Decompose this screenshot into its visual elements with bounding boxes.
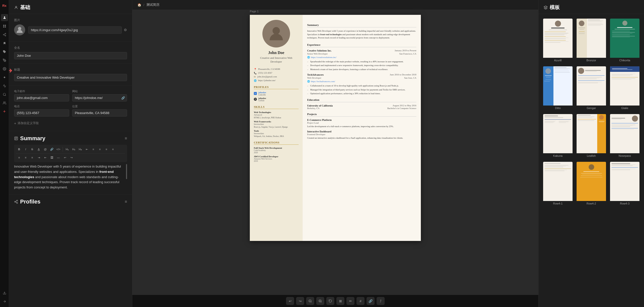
phone-input[interactable]: (555) 123-4567 — [14, 109, 69, 117]
link-toolbar-btn[interactable]: 🔗 — [367, 297, 375, 305]
resume-summary-heading: Summary — [307, 23, 416, 27]
undo-toolbar-btn[interactable]: ↩ — [286, 297, 294, 305]
summary-menu-btn[interactable]: ≡ — [125, 136, 127, 141]
home-icon[interactable]: 🏠 — [137, 3, 141, 7]
outdent-btn[interactable]: ⇤ — [42, 155, 48, 161]
photo-url-input[interactable]: https://i.imgur.com/HgwyOuJ.jpg — [28, 26, 122, 34]
pen-nav-icon[interactable] — [1, 57, 8, 64]
fullname-input[interactable]: John Doe — [14, 52, 127, 59]
resume-skills-title: Skills — [254, 105, 299, 109]
svg-line-14 — [5, 95, 6, 96]
reset-zoom-btn[interactable] — [326, 297, 334, 305]
template-leafish[interactable]: Leafish — [576, 114, 607, 158]
pen-toolbar-btn[interactable]: ✏ — [346, 297, 354, 305]
hash-btn[interactable]: # — [356, 297, 365, 305]
strikethrough-btn[interactable]: S — [29, 146, 35, 152]
users-nav-icon[interactable] — [1, 99, 8, 107]
undo-btn[interactable]: ↩ — [62, 155, 68, 161]
resume-certifications-title: Certifications — [254, 141, 299, 145]
website-input[interactable]: https://johndoe.me/ — [72, 94, 127, 101]
ordered-list2-btn[interactable]: ≡ — [29, 155, 35, 161]
puzzle-nav-icon[interactable] — [1, 48, 8, 55]
arrow-right-nav-icon[interactable] — [1, 298, 8, 305]
template-glalie[interactable]: Glalie — [610, 66, 640, 111]
resume-title-text: Creative and Innovative WebDeveloper — [254, 56, 299, 64]
skill-3-name: Tools — [254, 130, 299, 132]
title-input[interactable]: Creative and Innovative Web Developer — [14, 74, 127, 81]
unordered-list-btn[interactable]: ≡ — [16, 155, 22, 161]
settings-nav-icon[interactable] — [1, 65, 8, 72]
gengar-thumb — [577, 66, 606, 106]
svg-line-8 — [4, 35, 5, 35]
template-row4-1[interactable]: Row4-1 — [543, 161, 573, 206]
summary-content[interactable]: Innovative Web Developer with 5 years of… — [14, 164, 127, 190]
email-input[interactable]: john.doe@gmail.com — [14, 94, 69, 101]
toolbar-divider — [63, 147, 63, 152]
code-btn[interactable]: </> — [55, 146, 61, 152]
search-nav-icon[interactable] — [1, 91, 8, 98]
template-row4-3[interactable]: Row4-3 — [610, 161, 640, 206]
indent-btn[interactable]: ⇥ — [36, 155, 42, 161]
svg-point-26 — [17, 202, 18, 203]
italic-btn[interactable]: I — [23, 146, 29, 152]
h1-btn[interactable]: H₁ — [64, 146, 70, 152]
h2-btn[interactable]: H₂ — [71, 146, 77, 152]
link-icon: 🔗 — [121, 96, 125, 100]
align-center-btn[interactable]: ≡ — [97, 146, 103, 152]
indent-left-btn[interactable]: ⇤ — [84, 146, 90, 152]
template-row4-2[interactable]: Row4-2 — [576, 161, 607, 206]
add-nav-icon[interactable]: + — [1, 108, 8, 115]
summary-scrollbar[interactable] — [126, 164, 127, 179]
download-nav-icon[interactable] — [1, 289, 8, 296]
redo-btn[interactable]: ↪ — [68, 155, 74, 161]
person-nav-icon[interactable] — [1, 14, 8, 21]
ordered-list-btn[interactable]: ≡ — [23, 155, 29, 161]
photo-settings-btn[interactable]: ⚙ — [124, 28, 127, 32]
proj-2-role: Frontend Developer — [307, 133, 416, 136]
template-azurill[interactable]: Azurill — [543, 18, 573, 63]
template-ditto[interactable]: Ditto — [543, 66, 573, 111]
redo-toolbar-btn[interactable]: ↪ — [296, 297, 304, 305]
image-btn[interactable]: 🖼 — [49, 155, 55, 161]
linkedin-icon: in — [254, 92, 257, 95]
resume-location: 📍 Pleasantville, CA 94588 — [254, 68, 299, 71]
proj-2-desc: Created an interactive analytics dashboa… — [307, 136, 416, 140]
avatar — [14, 24, 25, 35]
profiles-menu-btn[interactable]: ≡ — [125, 199, 127, 204]
share-nav-icon[interactable] — [1, 31, 8, 38]
grid-nav-icon[interactable] — [1, 23, 8, 30]
template-gengar[interactable]: Gengar — [576, 66, 607, 111]
title-section: 标题 Creative and Innovative Web Developer — [9, 64, 132, 85]
zoom-out-btn[interactable] — [306, 297, 314, 305]
bold-btn[interactable]: B — [16, 146, 22, 152]
h3-btn[interactable]: H₃ — [77, 146, 83, 152]
underline-btn[interactable]: A — [36, 146, 42, 152]
link-btn[interactable]: 🔗 — [49, 146, 55, 152]
svg-rect-4 — [5, 26, 6, 27]
bookmark-nav-icon[interactable] — [1, 40, 8, 47]
resume-preview-area[interactable]: Page 1 John Doe Creative and Innovative … — [132, 10, 538, 295]
exp-1-bullet-3: Mentored a team of four junior developer… — [307, 68, 416, 71]
template-kakuna[interactable]: Kakuna — [543, 114, 573, 158]
location-input[interactable]: Pleasantville, CA 94588 — [72, 109, 127, 117]
align-justify-btn[interactable]: ≡ — [110, 146, 116, 152]
skill-2-level: Intermediate — [254, 123, 299, 125]
wand-nav-icon[interactable]: ✦ — [1, 74, 8, 81]
align-left-btn[interactable]: ≡ — [90, 146, 96, 152]
zoom-in-btn[interactable] — [316, 297, 324, 305]
export-toolbar-btn[interactable]: ⤴ — [377, 297, 385, 305]
template-nosepass[interactable]: Nosepass — [610, 114, 640, 158]
center-header: 🏠 / 测试简历 — [132, 0, 538, 10]
template-chikorita[interactable]: Chikorita — [610, 18, 640, 63]
chart-nav-icon[interactable] — [1, 82, 8, 89]
align-right-btn[interactable]: ≡ — [103, 146, 109, 152]
svg-point-18 — [15, 6, 17, 7]
svg-point-12 — [4, 68, 5, 69]
template-bronzor[interactable]: Bronzor — [576, 18, 607, 63]
resume-left-column: John Doe Creative and Innovative WebDeve… — [250, 15, 303, 241]
hr-btn[interactable]: — — [55, 155, 61, 161]
mention-btn[interactable]: @ — [42, 146, 48, 152]
grid-view-btn[interactable]: ⊠ — [336, 297, 344, 305]
add-custom-field-btn[interactable]: + 添加自定义字段 — [14, 120, 39, 127]
svg-point-6 — [3, 34, 4, 35]
